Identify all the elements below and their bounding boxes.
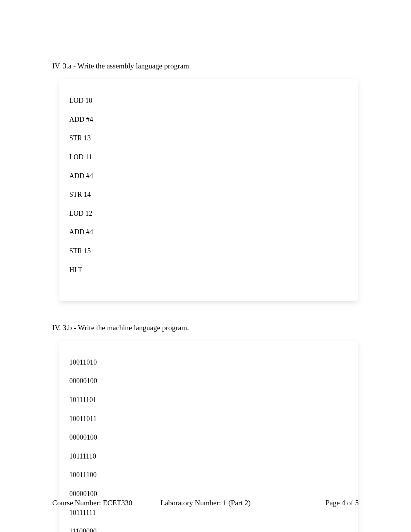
code-line: ADD #4: [69, 171, 348, 181]
page-footer: Course Number: ECET330 Laboratory Number…: [0, 499, 411, 507]
assembly-code-box: LOD 10 ADD #4 STR 13 LOD 11 ADD #4 STR 1…: [59, 79, 358, 301]
code-line: LOD 11: [69, 152, 348, 162]
code-line: HLT: [69, 265, 348, 275]
code-line: LOD 12: [69, 209, 348, 218]
code-line: STR 15: [69, 246, 348, 256]
footer-lab-number: Laboratory Number: 1 (Part 2): [160, 499, 250, 507]
code-line: LOD 10: [69, 96, 348, 105]
code-line: 10011011: [69, 414, 348, 423]
footer-page-number: Page 4 of 5: [325, 499, 359, 507]
code-line: 00000100: [69, 376, 348, 385]
section-heading-a: IV. 3.a - Write the assembly language pr…: [52, 62, 359, 70]
code-line: STR 14: [69, 190, 348, 199]
code-line: 10111110: [69, 452, 348, 461]
code-line: 11100000: [69, 527, 348, 532]
code-line: 10111111: [69, 508, 348, 517]
section-heading-b: IV. 3.b - Write the machine language pro…: [52, 324, 359, 332]
code-line: 00000100: [69, 489, 348, 498]
page-content: IV. 3.a - Write the assembly language pr…: [0, 0, 411, 532]
footer-course-number: Course Number: ECET330: [52, 499, 132, 507]
code-line: 10111101: [69, 395, 348, 404]
code-line: ADD #4: [69, 227, 348, 237]
code-line: 10011010: [69, 358, 348, 367]
code-line: ADD #4: [69, 115, 348, 124]
code-line: 10011100: [69, 470, 348, 479]
code-line: STR 13: [69, 133, 348, 143]
code-line: 00000100: [69, 433, 348, 442]
